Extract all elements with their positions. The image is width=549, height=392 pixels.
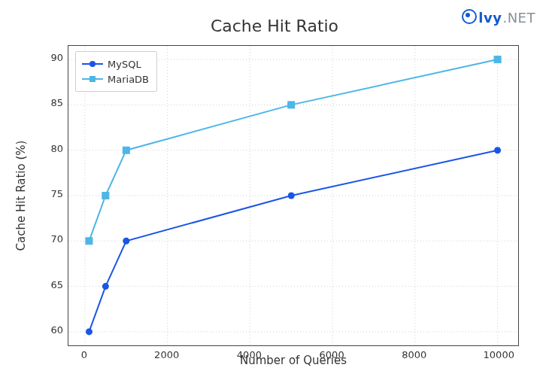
y-tick-label: 65: [44, 279, 63, 290]
data-point: [288, 102, 295, 108]
square-marker-icon: [89, 76, 96, 82]
x-axis-label: Number of Queries: [68, 354, 519, 367]
legend-label: MariaDB: [108, 74, 149, 85]
legend-entry-mariadb: MariaDB: [82, 71, 149, 87]
data-point: [86, 328, 93, 335]
data-point: [123, 147, 129, 153]
y-tick-label: 90: [44, 52, 63, 63]
chart-stage: lvy.NET Cache Hit Ratio Cache Hit Ratio …: [0, 0, 549, 392]
x-tick-label: 0: [71, 349, 98, 360]
x-tick-label: 8000: [401, 349, 428, 360]
y-tick-label: 70: [44, 233, 63, 245]
y-tick-label: 80: [44, 143, 63, 154]
data-point: [86, 238, 93, 245]
data-point: [102, 283, 109, 290]
data-point: [288, 193, 295, 199]
data-point: [102, 193, 109, 199]
legend-swatch-mariadb: [82, 74, 103, 84]
x-tick-label: 4000: [235, 349, 262, 360]
legend: MySQL MariaDB: [75, 51, 157, 92]
legend-label: MySQL: [108, 59, 141, 70]
y-tick-label: 60: [44, 324, 63, 336]
data-point: [494, 147, 501, 153]
y-tick-label: 75: [44, 188, 63, 199]
data-point: [494, 56, 501, 63]
x-tick-label: 10000: [484, 349, 511, 360]
legend-swatch-mysql: [82, 59, 103, 68]
x-tick-label: 2000: [153, 349, 180, 360]
legend-entry-mysql: MySQL: [82, 56, 149, 71]
circle-marker-icon: [89, 61, 96, 67]
y-tick-label: 85: [44, 97, 63, 108]
x-tick-label: 6000: [318, 349, 345, 360]
y-axis-label: Cache Hit Ratio (%): [14, 45, 29, 346]
data-point: [123, 238, 129, 245]
chart-title: Cache Hit Ratio: [0, 17, 549, 35]
